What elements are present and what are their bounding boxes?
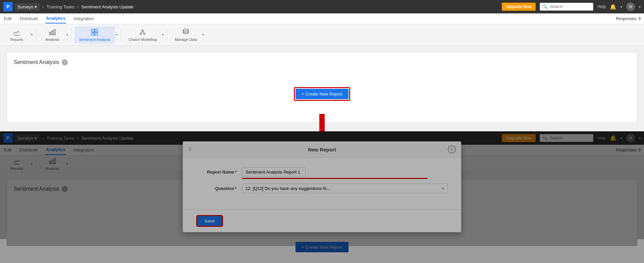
- help-link[interactable]: Help: [597, 4, 606, 9]
- report-name-input-container: [242, 167, 448, 177]
- sentiment-title-top: Sentiment Analysis: [14, 59, 59, 65]
- avatar-dropdown-icon: ▾: [639, 5, 641, 9]
- help-circle-icon[interactable]: ?: [62, 59, 68, 65]
- reports-icon: [13, 28, 21, 36]
- question-label: Question*: [196, 186, 236, 191]
- toolbar-group-choice: Choice Modelling ▾: [124, 26, 164, 44]
- question-select-chevron: ▾: [442, 186, 444, 191]
- svg-rect-5: [95, 29, 98, 32]
- arrow-shaft: [319, 114, 325, 131]
- required-star: *: [235, 170, 236, 175]
- analysis-icon: [48, 28, 56, 36]
- reports-chevron-icon[interactable]: ▾: [30, 33, 33, 37]
- nav-edit[interactable]: Edit: [3, 14, 12, 23]
- create-button-highlight: + Create New Report: [294, 87, 350, 101]
- svg-rect-6: [92, 32, 94, 35]
- managedata-chevron-icon[interactable]: ▾: [202, 33, 205, 37]
- svg-line-11: [141, 31, 143, 33]
- modal-title: New Report: [196, 147, 448, 152]
- nav-distribute[interactable]: Distribute: [19, 14, 39, 23]
- toolbar-item-managedata[interactable]: Manage Data: [170, 26, 202, 44]
- toolbar-choice-label: Choice Modelling: [128, 38, 157, 42]
- modal-header: ⠿ New Report ✕: [183, 141, 461, 158]
- toolbar-group-managedata: Manage Data ▾: [170, 26, 205, 44]
- toolbar-managedata-label: Manage Data: [175, 38, 197, 42]
- form-row-report-name: Report Name* ←: [196, 167, 448, 177]
- toolbar-item-sentiment[interactable]: Sentiment Analysis: [74, 26, 115, 44]
- modal-body: Report Name* ← Question* 12. [Q12] Do yo…: [183, 158, 461, 209]
- avatar[interactable]: M: [626, 2, 635, 11]
- top-nav-right: Upgrade Now 🔍 Help 🔔 ▾ M ▾: [502, 2, 641, 11]
- breadcrumb-separator: ›: [42, 4, 44, 9]
- toolbar-item-reports[interactable]: Reports: [3, 26, 30, 44]
- responses-badge: Responses: 9: [616, 16, 641, 21]
- red-underline-decoration: [242, 178, 428, 179]
- toolbar-divider4: [167, 28, 167, 42]
- dropdown-chevron-icon: ▾: [35, 4, 37, 9]
- form-row-question: Question* 12. [Q12] Do you have any sugg…: [196, 184, 448, 193]
- analysis-chevron-icon[interactable]: ▾: [66, 33, 69, 37]
- choice-icon: [139, 28, 147, 36]
- required-star2: *: [235, 186, 236, 191]
- notification-bell-icon[interactable]: 🔔: [610, 4, 616, 10]
- question-select-value: 12. [Q12] Do you have any suggestions fo…: [246, 186, 330, 191]
- sentiment-section-top: Sentiment Analysis ? + Create New Report: [7, 52, 637, 123]
- nav-analytics[interactable]: Analytics: [45, 14, 66, 23]
- toolbar-divider3: [121, 28, 121, 42]
- search-input[interactable]: [550, 4, 590, 9]
- modal-drag-handle[interactable]: ⠿: [188, 146, 192, 153]
- toolbar-analysis-label: Analysis: [46, 38, 59, 42]
- svg-rect-1: [49, 32, 51, 35]
- surveys-menu[interactable]: Surveys ▾: [15, 3, 40, 11]
- red-arrow: [313, 114, 331, 131]
- sentiment-icon: [91, 28, 99, 36]
- surveys-label: Surveys: [17, 4, 33, 9]
- second-navbar: Edit Distribute Analytics Integration Re…: [0, 13, 644, 24]
- database-icon: [182, 28, 190, 36]
- save-button-highlight: Save: [196, 215, 223, 227]
- section-title-top: Sentiment Analysis ?: [14, 59, 630, 65]
- breadcrumb-separator2: ›: [77, 4, 79, 9]
- new-report-modal: ⠿ New Report ✕ Report Name* ←: [183, 141, 461, 232]
- svg-rect-2: [52, 31, 53, 35]
- save-button[interactable]: Save: [197, 216, 222, 226]
- toolbar-sentiment-label: Sentiment Analysis: [79, 38, 110, 42]
- top-navbar: P Surveys ▾ › Training Tasks › Sentiment…: [0, 0, 644, 13]
- search-icon: 🔍: [543, 4, 548, 9]
- modal-overlay: ⠿ New Report ✕ Report Name* ←: [0, 131, 644, 263]
- nav-integration[interactable]: Integration: [73, 14, 95, 23]
- report-name-input[interactable]: [242, 167, 306, 177]
- upgrade-button[interactable]: Upgrade Now: [502, 3, 536, 11]
- choice-chevron-icon[interactable]: ▾: [161, 33, 164, 37]
- svg-rect-7: [95, 32, 98, 35]
- svg-rect-3: [54, 29, 55, 35]
- svg-line-12: [143, 31, 144, 33]
- toolbar-group-sentiment: Sentiment Analysis ▾: [74, 26, 118, 44]
- screen-bottom: P Surveys ▾ › Training Tasks › Sentiment…: [0, 131, 644, 263]
- sentiment-chevron-icon[interactable]: ▾: [115, 33, 118, 37]
- toolbar-group-reports: Reports ▾: [3, 26, 33, 44]
- svg-point-10: [142, 30, 143, 31]
- modal-footer: Save: [183, 209, 461, 232]
- empty-content-area: + Create New Report: [14, 72, 630, 116]
- toolbar-divider2: [71, 28, 72, 42]
- toolbar-item-choice[interactable]: Choice Modelling: [124, 26, 161, 44]
- toolbar-group-analysis: Analysis ▾: [39, 26, 69, 44]
- report-name-label: Report Name*: [196, 170, 236, 175]
- modal-close-button[interactable]: ✕: [448, 145, 456, 153]
- svg-rect-4: [92, 29, 94, 32]
- toolbar-reports-label: Reports: [10, 38, 23, 42]
- app-logo: P: [3, 2, 13, 11]
- toolbar-item-analysis[interactable]: Analysis: [39, 26, 66, 44]
- toolbar: Reports ▾ Analysis ▾: [0, 24, 644, 46]
- notification-dropdown-icon: ▾: [621, 5, 622, 9]
- create-new-report-button-top[interactable]: + Create New Report: [296, 89, 348, 99]
- search-box[interactable]: 🔍: [540, 3, 593, 11]
- svg-point-8: [140, 33, 142, 35]
- breadcrumb-parent[interactable]: Training Tasks: [47, 4, 74, 9]
- question-select[interactable]: 12. [Q12] Do you have any suggestions fo…: [242, 184, 448, 193]
- svg-point-13: [183, 29, 189, 31]
- svg-point-9: [144, 33, 145, 35]
- toolbar-divider1: [36, 28, 36, 42]
- breadcrumb-current: Sentiment Analysis Update: [81, 4, 133, 9]
